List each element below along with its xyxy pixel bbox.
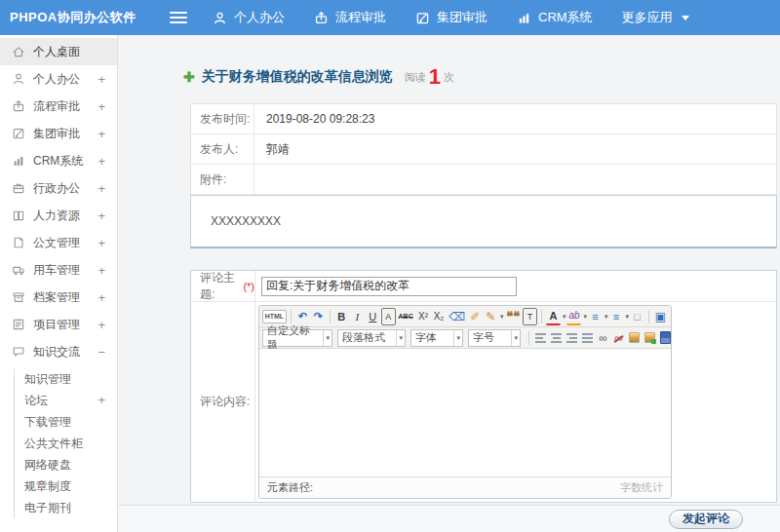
- submenu-item-download-mgmt[interactable]: 下载管理: [15, 411, 117, 433]
- font-style-button[interactable]: A: [381, 308, 396, 325]
- select-value: 字号: [473, 330, 494, 345]
- article-content-box: XXXXXXXXX: [190, 195, 777, 248]
- upload-image-icon[interactable]: [643, 329, 657, 347]
- sidebar-item-hr[interactable]: 人力资源 +: [0, 202, 117, 229]
- chat-icon: [12, 345, 25, 359]
- sidebar-item-label: 流程审批: [33, 98, 80, 115]
- paragraph-format-select[interactable]: 段落格式▾: [337, 329, 406, 347]
- chevron-down-icon[interactable]: ▾: [500, 313, 504, 321]
- expand-toggle[interactable]: +: [98, 127, 105, 141]
- custom-heading-select[interactable]: 自定义标题▾: [262, 329, 332, 347]
- expand-toggle[interactable]: +: [98, 263, 105, 278]
- align-center-icon[interactable]: [549, 329, 564, 347]
- sidebar-item-knowledge-exchange[interactable]: 知识交流 −: [0, 338, 117, 365]
- sidebar-item-crm[interactable]: CRM系统 +: [0, 147, 117, 174]
- insert-media-icon[interactable]: [658, 329, 672, 347]
- submenu-item-network-disk[interactable]: 网络硬盘: [15, 454, 117, 475]
- fullscreen-icon[interactable]: ▣: [653, 308, 668, 325]
- submenu-item-forum[interactable]: 论坛+: [15, 390, 117, 411]
- align-justify-icon[interactable]: [580, 329, 595, 347]
- submenu-label: 论坛: [24, 394, 48, 407]
- expand-toggle[interactable]: +: [98, 390, 105, 411]
- font-color-button[interactable]: A: [546, 308, 561, 325]
- sidebar-item-archive-mgmt[interactable]: 档案管理 +: [0, 284, 117, 311]
- briefcase-icon: [12, 181, 25, 195]
- format-painter-icon[interactable]: ✎: [484, 308, 498, 325]
- sidebar-item-vehicle-mgmt[interactable]: 用车管理 +: [0, 256, 117, 284]
- expand-toggle[interactable]: +: [98, 154, 105, 169]
- comment-subject-input[interactable]: [261, 277, 517, 296]
- submenu-item-rules[interactable]: 规章制度: [15, 475, 117, 497]
- submenu-item-knowledge-mgmt[interactable]: 知识管理: [15, 368, 117, 390]
- align-right-icon[interactable]: [565, 329, 579, 347]
- sidebar-item-admin-office[interactable]: 行政办公 +: [0, 174, 117, 202]
- nav-item-group-approval[interactable]: 集团审批: [415, 9, 488, 26]
- nav-item-more-apps[interactable]: 更多应用: [622, 9, 689, 26]
- nav-item-personal-office[interactable]: 个人办公: [213, 9, 285, 26]
- app-window: PHPOA协同办公软件 个人办公 流程审批 集团审批 CRM系统 更多应用: [0, 0, 780, 532]
- paste-text-icon[interactable]: T: [523, 308, 537, 325]
- comment-content-label: 评论内容:: [191, 302, 255, 502]
- collapse-toggle[interactable]: −: [98, 345, 105, 360]
- editor-toolbar-row2: 自定义标题▾ 段落格式▾ 字体▾ 字号▾ ∞ ∞: [259, 327, 671, 349]
- sidebar-item-label: CRM系统: [33, 153, 83, 170]
- chevron-down-icon: ▾: [396, 330, 405, 346]
- toolbar-separator: [291, 310, 292, 323]
- subscript-button[interactable]: X₂: [431, 308, 446, 325]
- bold-button[interactable]: B: [334, 308, 349, 325]
- read-unit: 次: [444, 70, 454, 85]
- link-icon[interactable]: ∞: [596, 329, 610, 347]
- sidebar-item-label: 行政办公: [33, 180, 80, 197]
- chevron-down-icon[interactable]: ▾: [604, 313, 608, 321]
- hamburger-menu-icon[interactable]: [170, 12, 187, 24]
- source-code-button[interactable]: HTML: [262, 310, 287, 323]
- eraser-icon[interactable]: ⌫: [447, 308, 466, 325]
- expand-toggle[interactable]: +: [98, 236, 105, 250]
- new-document-icon[interactable]: □: [630, 308, 644, 325]
- read-label: 阅读: [405, 70, 426, 85]
- underline-button[interactable]: U: [366, 308, 380, 325]
- editor-body[interactable]: [259, 349, 671, 476]
- clear-format-icon[interactable]: ✐: [468, 308, 483, 325]
- submenu-item-public-file-cabinet[interactable]: 公共文件柜: [15, 433, 117, 454]
- editor-cell: HTML ↶ ↷ B I U A ABC X² X₂ ⌫: [255, 302, 776, 502]
- sidebar-item-process-approval[interactable]: 流程审批 +: [0, 93, 117, 120]
- expand-toggle[interactable]: +: [98, 72, 105, 87]
- expand-toggle[interactable]: +: [98, 290, 105, 305]
- ordered-list-icon[interactable]: ≡: [588, 308, 603, 325]
- top-nav: 个人办公 流程审批 集团审批 CRM系统 更多应用: [213, 9, 689, 26]
- expand-toggle[interactable]: +: [98, 99, 105, 114]
- submenu-label: 网络硬盘: [24, 458, 71, 472]
- submit-comment-button[interactable]: 发起评论: [669, 510, 743, 529]
- sidebar-item-personal-desktop[interactable]: 个人桌面: [0, 38, 117, 65]
- chevron-down-icon[interactable]: ▾: [625, 313, 629, 321]
- chevron-down-icon[interactable]: ▾: [563, 313, 566, 321]
- chart-icon: [517, 11, 531, 25]
- publish-time-label: 发布时间:: [191, 104, 254, 133]
- chevron-down-icon[interactable]: ▾: [583, 313, 587, 321]
- expand-toggle[interactable]: +: [98, 209, 105, 223]
- strikethrough-button[interactable]: ABC: [397, 308, 415, 325]
- app-logo: PHPOA协同办公软件: [0, 9, 156, 26]
- sidebar-item-project-mgmt[interactable]: 项目管理 +: [0, 311, 117, 338]
- unlink-icon[interactable]: ∞: [611, 329, 626, 347]
- align-left-icon[interactable]: [533, 329, 548, 347]
- sidebar-item-document-mgmt[interactable]: 公文管理 +: [0, 229, 117, 256]
- highlight-color-button[interactable]: ab: [566, 308, 581, 325]
- blockquote-icon[interactable]: ❝❝: [504, 308, 522, 325]
- font-family-select[interactable]: 字体▾: [410, 329, 463, 347]
- expand-toggle[interactable]: +: [98, 318, 105, 332]
- nav-item-process-approval[interactable]: 流程审批: [314, 9, 386, 26]
- sidebar-item-personal-office[interactable]: 个人办公 +: [0, 65, 117, 93]
- insert-image-icon[interactable]: [627, 329, 642, 347]
- sidebar-item-group-approval[interactable]: 集团审批 +: [0, 120, 117, 147]
- italic-button[interactable]: I: [350, 308, 365, 325]
- font-size-select[interactable]: 字号▾: [468, 329, 521, 347]
- unordered-list-icon[interactable]: ≡: [608, 308, 623, 325]
- submenu-item-e-journal[interactable]: 电子期刊: [15, 497, 117, 518]
- archive-icon: [12, 290, 25, 304]
- expand-toggle[interactable]: +: [98, 181, 105, 196]
- attachment-label: 附件:: [191, 165, 254, 194]
- superscript-button[interactable]: X²: [415, 308, 430, 325]
- nav-item-crm[interactable]: CRM系统: [517, 9, 593, 26]
